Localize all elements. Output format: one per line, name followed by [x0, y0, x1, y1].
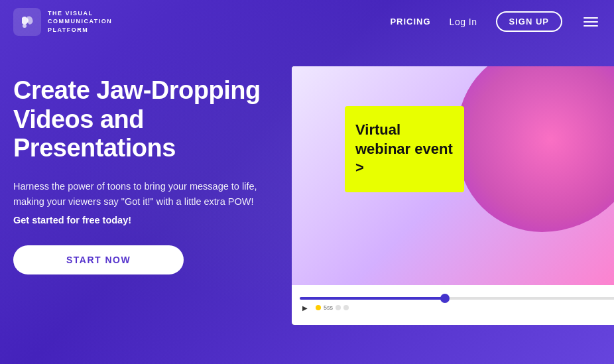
navbar-left: THE VISUAL COMMUNICATION PLATFORM: [13, 8, 112, 36]
hero-content: Create Jaw-Dropping Videos and Presentat…: [13, 70, 265, 274]
logo-container: THE VISUAL COMMUNICATION PLATFORM: [13, 8, 112, 36]
time-dot-2: [336, 305, 341, 310]
pricing-link[interactable]: PRICING: [390, 17, 430, 27]
navbar: THE VISUAL COMMUNICATION PLATFORM PRICIN…: [0, 0, 614, 43]
login-link[interactable]: Log In: [450, 17, 477, 27]
powtoon-logo-svg: [18, 13, 36, 31]
preview-frame: Virtual webinar event > ▶ 5ss: [292, 66, 614, 325]
hero-section: Create Jaw-Dropping Videos and Presentat…: [0, 43, 614, 364]
hamburger-line-3: [583, 25, 598, 27]
progress-fill: [300, 297, 445, 300]
hero-cta-text: Get started for free today!: [13, 215, 265, 225]
time-dot-1: [316, 305, 321, 310]
time-markers: 5ss: [316, 304, 349, 311]
progress-thumb: [440, 294, 450, 303]
video-controls: ▶ 5ss ⛶: [292, 285, 614, 325]
hero-preview: Virtual webinar event > ▶ 5ss: [292, 66, 614, 325]
controls-left: ▶ 5ss: [300, 302, 349, 313]
hamburger-line-2: [583, 21, 598, 23]
svg-point-0: [23, 24, 27, 28]
logo-tagline: THE VISUAL COMMUNICATION PLATFORM: [48, 9, 112, 34]
slide-yellow-card: Virtual webinar event >: [345, 106, 464, 192]
preview-inner: Virtual webinar event >: [292, 66, 614, 285]
hamburger-line-1: [583, 17, 598, 19]
signup-button[interactable]: SIGN UP: [496, 11, 562, 32]
hero-title: Create Jaw-Dropping Videos and Presentat…: [13, 76, 265, 163]
hero-description: Harness the power of toons to bring your…: [13, 179, 265, 210]
logo-icon: [13, 8, 41, 36]
play-button[interactable]: ▶: [300, 302, 310, 313]
slide-card-text: Virtual webinar event >: [355, 121, 454, 178]
controls-row: ▶ 5ss ⛶: [300, 302, 614, 313]
hamburger-menu[interactable]: [581, 15, 601, 29]
navbar-right: PRICING Log In SIGN UP: [390, 11, 601, 32]
time-dot-3: [343, 305, 349, 310]
progress-bar[interactable]: [300, 297, 614, 300]
start-now-button[interactable]: START NOW: [13, 245, 184, 274]
time-label: 5ss: [324, 304, 333, 311]
